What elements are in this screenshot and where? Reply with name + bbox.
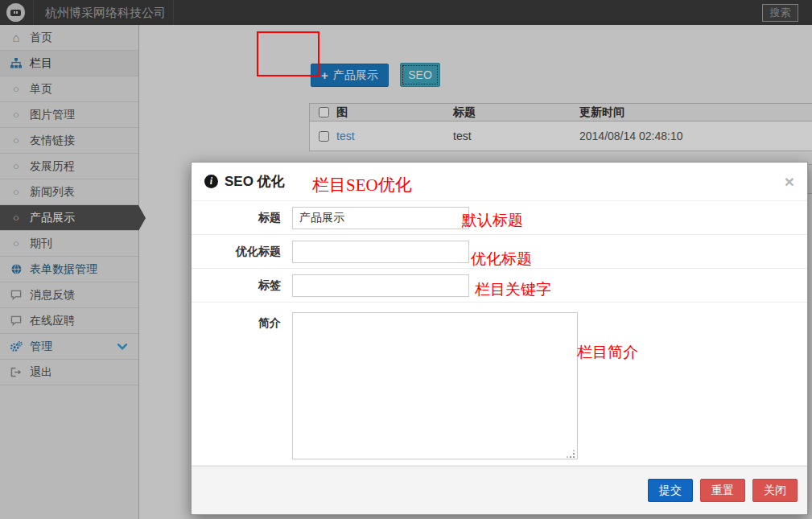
modal-title: i SEO 优化 xyxy=(204,172,285,191)
seo-title-field[interactable] xyxy=(292,241,469,263)
modal-header: i SEO 优化 × xyxy=(192,163,807,201)
intro-field[interactable] xyxy=(292,312,578,459)
close-button[interactable]: 关闭 xyxy=(752,479,798,502)
form-row-intro: 简介 xyxy=(192,303,807,466)
tags-label: 标签 xyxy=(208,278,281,293)
tags-field[interactable] xyxy=(292,274,469,297)
resize-grip[interactable] xyxy=(573,456,575,458)
form-row-seo-title: 优化标题 xyxy=(192,235,807,269)
form-row-title: 标题 xyxy=(192,201,807,235)
title-label: 标题 xyxy=(208,211,281,225)
intro-label: 简介 xyxy=(208,316,281,331)
seo-modal: i SEO 优化 × 标题 优化标题 标签 简介 提交 重置 关闭 xyxy=(191,162,808,515)
reset-button[interactable]: 重置 xyxy=(700,479,745,502)
modal-title-text: SEO 优化 xyxy=(225,172,285,191)
info-icon: i xyxy=(204,175,218,188)
form-row-tags: 标签 xyxy=(192,269,807,303)
seo-title-label: 优化标题 xyxy=(208,245,281,259)
modal-footer: 提交 重置 关闭 xyxy=(192,466,807,514)
close-icon[interactable]: × xyxy=(785,173,794,190)
title-field[interactable] xyxy=(292,207,469,229)
submit-button[interactable]: 提交 xyxy=(648,479,693,502)
